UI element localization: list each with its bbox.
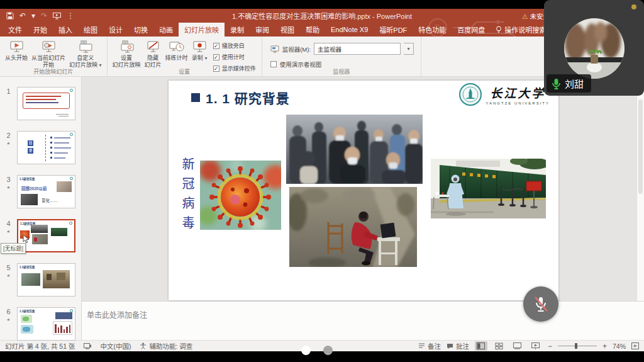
tab-file[interactable]: 文件	[3, 23, 28, 37]
group-label: 设置	[108, 67, 262, 76]
monitor-label: 监视器(M):	[282, 45, 311, 54]
photo-covid-checkpoint[interactable]	[431, 159, 546, 218]
vertical-text-coronavirus[interactable]: 新冠病毒	[179, 157, 197, 235]
tab-transitions[interactable]: 切换	[128, 23, 153, 37]
zoom-in-button[interactable]: +	[602, 342, 607, 351]
tab-endnote[interactable]: EndNote X9	[325, 23, 374, 37]
zoom-out-button[interactable]: −	[548, 342, 552, 351]
slide-sorter-view-button[interactable]	[493, 341, 506, 351]
record-button[interactable]: 录制 ▾	[190, 38, 209, 63]
undo-dropdown-icon[interactable]: ▾	[31, 11, 35, 20]
group-label: 开始放映幻灯片	[0, 67, 107, 76]
notes-toggle-button[interactable]: 备注	[418, 341, 441, 351]
slide-tooltip: [无标题]	[1, 243, 26, 254]
checkbox-checked-icon: ✓	[213, 54, 219, 60]
hide-slide-button[interactable]: 隐藏 幻灯片	[143, 38, 164, 70]
shared-screen: ↶ ▾ ↷ ⋮ 1.不确定性容忍度对生涯决策困难的影响.pptx - Power…	[0, 0, 644, 362]
editing-column: 1. 1 研究背景 长江大学 YANGTZE UNIVE	[82, 77, 644, 340]
tab-slideshow[interactable]: 幻灯片放映	[179, 23, 225, 37]
zoom-level[interactable]: 74%	[613, 342, 626, 350]
participant-name: 刘甜	[565, 77, 584, 90]
slideshow-view-button[interactable]	[530, 341, 542, 351]
tab-draw[interactable]: 绘图	[78, 23, 103, 37]
monitor-select-dropdown-icon[interactable]: ▾	[404, 43, 414, 55]
thumbnail-slide-5[interactable]: 5★ 1.1研究背景	[0, 263, 81, 297]
ribbon-group-start-slideshow: 从头开始 从当前幻灯片 开始 自定义 幻灯片放映 ▾ 开始放映幻灯片	[0, 37, 108, 76]
accessibility-status[interactable]: 辅助功能: 调查	[140, 341, 192, 351]
tab-insert[interactable]: 插入	[53, 23, 78, 37]
tab-help[interactable]: 帮助	[300, 23, 325, 37]
tab-review[interactable]: 审阅	[250, 23, 275, 37]
slide-5-preview: 1.1研究背景	[17, 263, 75, 297]
comment-icon	[447, 343, 453, 349]
page-dot[interactable]	[323, 346, 333, 355]
microphone-on-icon	[552, 78, 561, 89]
logo-mark	[69, 222, 72, 225]
fit-to-window-button[interactable]	[631, 342, 639, 349]
status-bar: 幻灯片 第 4 张, 共 51 张 中文(中国) 辅助功能: 调查 备注 批注	[0, 340, 644, 351]
reading-view-button[interactable]	[511, 341, 524, 351]
slide-canvas-area: 1. 1 研究背景 长江大学 YANGTZE UNIVE	[82, 77, 644, 301]
university-logo[interactable]: 长江大学 YANGTZE UNIVERSITY	[458, 82, 550, 106]
vertical-scrollbar[interactable]	[636, 77, 644, 301]
slide-2-preview: 目 录	[17, 131, 75, 164]
tab-baidu-netdisk[interactable]: 百度网盘	[452, 23, 491, 37]
save-icon[interactable]	[6, 12, 14, 20]
notes-placeholder: 单击此处添加备注	[87, 311, 147, 320]
scrollbar-thumb[interactable]	[638, 99, 643, 194]
use-timings-checkbox[interactable]: ✓ 使用计时	[213, 53, 256, 61]
start-slideshow-icon[interactable]	[53, 13, 61, 20]
photo-outdoor-online-class[interactable]	[289, 187, 417, 267]
logo-mark	[70, 133, 73, 136]
custom-slideshow-button[interactable]: 自定义 幻灯片放映 ▾	[67, 38, 104, 70]
thumbnail-slide-6[interactable]: 6★ 1.1研究背景	[0, 307, 81, 341]
slide-title[interactable]: 1. 1 研究背景	[191, 88, 290, 107]
thumbnail-slide-3[interactable]: 3★ 1.1研究背景 回想2020以前 变化……	[0, 175, 81, 208]
group-label: 监视器	[262, 67, 421, 76]
page-dot-active[interactable]	[301, 346, 311, 355]
zoom-slider-thumb[interactable]	[575, 343, 577, 349]
zoom-slider[interactable]	[558, 346, 597, 346]
animation-star-icon: ★	[6, 229, 10, 234]
slide-counter: 幻灯片 第 4 张, 共 51 张	[5, 341, 75, 351]
from-current-slide-button[interactable]: 从当前幻灯片 开始	[30, 38, 67, 70]
video-call-participant-tile[interactable]: 刘甜	[544, 0, 644, 96]
logo-mark	[70, 177, 73, 180]
set-up-slideshow-button[interactable]: 设置 幻灯片放映	[111, 38, 143, 70]
comments-toggle-button[interactable]: 批注	[447, 341, 469, 351]
language-indicator[interactable]: 中文(中国)	[100, 341, 131, 351]
animation-star-icon: ★	[6, 317, 10, 322]
tell-me-search[interactable]: 操作说明搜索	[491, 23, 551, 37]
photo-coronavirus[interactable]	[200, 161, 281, 230]
display-settings-icon[interactable]	[84, 343, 91, 349]
tab-record[interactable]: 录制	[225, 23, 250, 37]
thumbnail-slide-1[interactable]: 1	[0, 87, 81, 120]
animation-star-icon: ★	[6, 141, 10, 146]
slide-1-preview	[17, 87, 75, 120]
warning-icon: ⚠	[522, 13, 528, 20]
notes-pane[interactable]: 单击此处添加备注	[82, 301, 644, 340]
from-beginning-button[interactable]: 从头开始	[3, 38, 30, 63]
undo-icon[interactable]: ↶	[19, 11, 26, 20]
participant-video	[564, 18, 625, 79]
tab-home[interactable]: 开始	[28, 23, 53, 37]
monitor-select[interactable]: 主监视器	[314, 43, 401, 55]
logo-mark	[70, 89, 73, 92]
mouse-cursor	[23, 234, 30, 244]
tab-design[interactable]: 设计	[103, 23, 128, 37]
tab-view[interactable]: 视图	[275, 23, 300, 37]
slide-canvas: 1. 1 研究背景 长江大学 YANGTZE UNIVE	[169, 81, 558, 300]
play-narrations-checkbox[interactable]: ✓ 播放旁白	[213, 42, 256, 50]
normal-view-button[interactable]	[475, 341, 487, 351]
lightbulb-icon	[496, 26, 502, 33]
tab-special-features[interactable]: 特色功能	[413, 23, 452, 37]
thumbnail-slide-2[interactable]: 2★ 目 录	[0, 131, 81, 164]
animation-star-icon: ★	[6, 273, 10, 278]
photo-masked-crowd[interactable]	[286, 115, 423, 184]
rehearse-timings-button[interactable]: 排练计时	[164, 38, 190, 63]
mute-button[interactable]	[523, 286, 558, 322]
animation-star-icon: ★	[6, 185, 10, 190]
tab-animations[interactable]: 动画	[153, 23, 179, 37]
customize-qat-icon[interactable]: ⋮	[67, 11, 74, 20]
tab-foxit-pdf[interactable]: 福昕PDF	[374, 23, 413, 37]
